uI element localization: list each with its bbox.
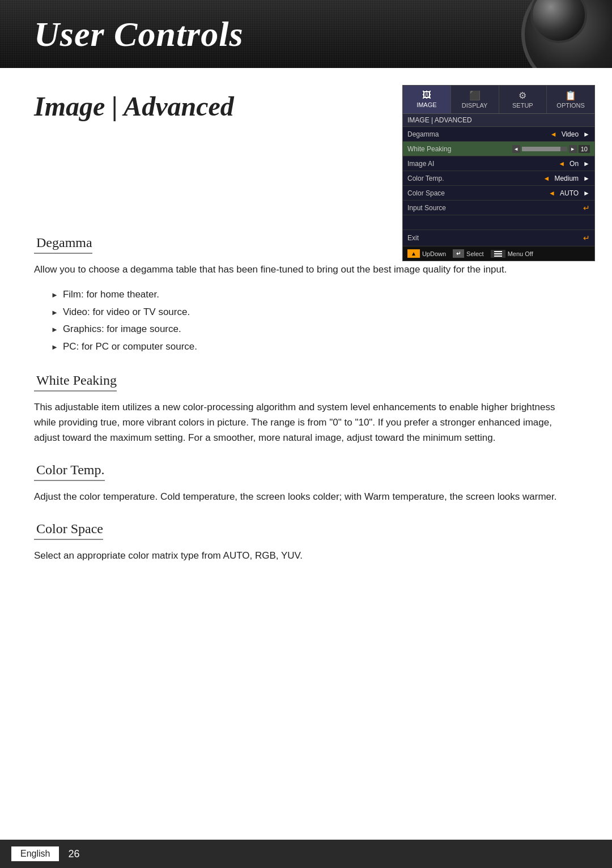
color-space-arrow-left[interactable]: ◄ [549,189,555,197]
options-tab-icon: 📋 [549,90,592,101]
select-button[interactable]: ↵ [453,249,464,258]
osd-exit-row[interactable]: Exit ↵ [403,230,594,246]
osd-label-color-temp: Color Temp. [407,175,543,182]
color-space-arrow-right[interactable]: ► [583,189,590,197]
section-white-peaking: White Peaking This adjustable item utili… [34,373,578,446]
content-body: Degamma Allow you to choose a degamma ta… [34,235,578,564]
footer-language: English [11,846,59,861]
camera-circle [521,0,612,68]
osd-tab-image-label: IMAGE [416,101,436,108]
slider-right-box: ► [569,145,577,153]
osd-tab-options-label: OPTIONS [556,102,585,109]
osd-bottom-bar: ▲ UpDown ↵ Select Menu Off [403,246,594,261]
osd-bottom-select: ↵ Select [453,249,484,258]
white-peaking-heading: White Peaking [34,373,117,392]
bullet-text: Film: for home theater. [63,286,159,304]
page-title: User Controls [34,14,244,54]
image-tab-icon: 🖼 [405,90,448,100]
osd-tab-options[interactable]: 📋 OPTIONS [547,86,594,113]
degamma-bullets: ► Film: for home theater. ► Video: for v… [34,286,578,355]
footer-page-number: 26 [68,848,79,860]
updown-button[interactable]: ▲ [407,249,420,258]
updown-label: UpDown [422,250,446,257]
menu-lines-icon [494,251,502,257]
image-ai-value: On [570,160,579,168]
osd-label-image-ai: Image AI [407,160,558,168]
menu-line-3 [494,256,502,257]
degamma-arrow-right[interactable]: ► [583,130,590,138]
white-peaking-text: This adjustable item utilizes a new colo… [34,399,578,446]
osd-bottom-menuoff: Menu Off [491,250,533,258]
display-tab-icon: ⬛ [453,90,496,101]
degamma-arrow-left[interactable]: ◄ [550,130,557,138]
section-color-temp: Color Temp. Adjust the color temperature… [34,462,578,504]
slider-left-box: ◄ [512,145,520,153]
exit-enter-icon[interactable]: ↵ [583,233,590,242]
osd-row-input-source[interactable]: Input Source ↵ [403,201,594,215]
osd-label-color-space: Color Space [407,189,549,197]
osd-panel: 🖼 IMAGE ⬛ DISPLAY ⚙ SETUP 📋 OPTIONS IMAG… [402,85,595,261]
camera-lens [530,0,587,43]
color-space-text: Select an appropriate color matrix type … [34,548,578,563]
osd-row-color-temp[interactable]: Color Temp. ◄ Medium ► [403,171,594,186]
bullet-arrow-icon: ► [51,288,58,301]
white-peaking-slider[interactable]: ◄ ► 10 [512,145,590,153]
osd-label-input-source: Input Source [407,204,583,212]
color-temp-text: Adjust the color temperature. Cold tempe… [34,489,578,504]
osd-tab-image[interactable]: 🖼 IMAGE [403,86,451,113]
image-ai-arrow-left[interactable]: ◄ [558,160,565,168]
osd-tabs: 🖼 IMAGE ⬛ DISPLAY ⚙ SETUP 📋 OPTIONS [403,86,594,114]
color-space-heading: Color Space [34,521,103,540]
osd-row-color-space[interactable]: Color Space ◄ AUTO ► [403,186,594,201]
osd-row-white-peaking[interactable]: White Peaking ◄ ► 10 [403,142,594,156]
bullet-arrow-icon: ► [51,323,58,336]
osd-spacer [403,215,594,230]
header: User Controls [0,0,612,68]
image-ai-arrow-right[interactable]: ► [583,160,590,168]
input-source-enter-icon[interactable]: ↵ [583,203,590,212]
slider-fill [522,147,560,151]
bullet-text: PC: for PC or computer source. [63,338,197,356]
list-item: ► Video: for video or TV source. [51,304,578,321]
bullet-arrow-icon: ► [51,341,58,354]
osd-row-degamma[interactable]: Degamma ◄ Video ► [403,127,594,142]
osd-container: 🖼 IMAGE ⬛ DISPLAY ⚙ SETUP 📋 OPTIONS IMAG… [402,85,595,261]
menuoff-label: Menu Off [508,250,533,257]
degamma-value: Video [562,130,579,138]
bullet-arrow-icon: ► [51,306,58,319]
menu-line-2 [494,253,502,254]
osd-label-white-peaking: White Peaking [407,145,512,153]
section-color-space: Color Space Select an appropriate color … [34,521,578,563]
osd-exit-label: Exit [407,234,583,242]
osd-label-degamma: Degamma [407,130,550,138]
osd-tab-setup[interactable]: ⚙ SETUP [499,86,547,113]
color-space-value: AUTO [560,189,579,197]
color-temp-arrow-right[interactable]: ► [583,175,590,182]
bullet-text: Video: for video or TV source. [63,304,190,321]
osd-breadcrumb: IMAGE | ADVANCED [403,114,594,127]
osd-row-image-ai[interactable]: Image AI ◄ On ► [403,156,594,171]
degamma-heading: Degamma [34,235,92,254]
degamma-text: Allow you to choose a degamma table that… [34,262,578,277]
menuoff-button[interactable] [491,250,505,258]
list-item: ► Film: for home theater. [51,286,578,304]
main-content: Image | Advanced 🖼 IMAGE ⬛ DISPLAY ⚙ SET… [0,68,612,615]
select-label: Select [466,250,484,257]
osd-bottom-updown: ▲ UpDown [407,249,446,258]
slider-value: 10 [579,145,590,153]
osd-tab-display[interactable]: ⬛ DISPLAY [451,86,499,113]
camera-decoration [521,0,612,68]
color-temp-arrow-left[interactable]: ◄ [543,175,550,182]
setup-tab-icon: ⚙ [502,90,545,101]
footer: English 26 [0,840,612,868]
color-temp-heading: Color Temp. [34,462,105,481]
color-temp-value: Medium [554,175,579,182]
osd-tab-setup-label: SETUP [512,102,533,109]
list-item: ► PC: for PC or computer source. [51,338,578,356]
list-item: ► Graphics: for image source. [51,321,578,338]
slider-bar [522,147,567,151]
menu-line-1 [494,251,502,252]
bullet-text: Graphics: for image source. [63,321,181,338]
osd-tab-display-label: DISPLAY [462,102,488,109]
